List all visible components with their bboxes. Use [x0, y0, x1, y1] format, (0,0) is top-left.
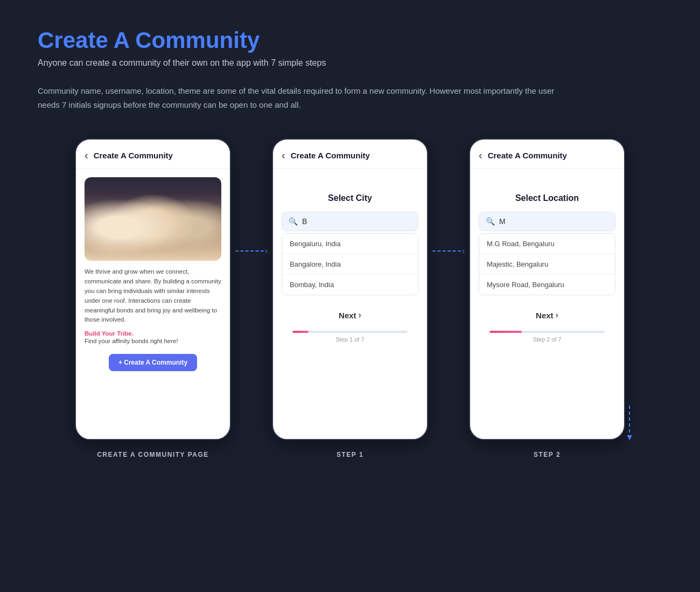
dashed-line2 [432, 250, 461, 252]
list-item[interactable]: Majestic, Bengaluru [479, 254, 615, 275]
phone1-header: ‹ Create A Community [76, 140, 230, 169]
list-item[interactable]: Bombay, India [282, 275, 418, 295]
dashed-arrow2: › [432, 246, 465, 256]
next-chevron-2: › [359, 310, 361, 320]
phone2-frame: ‹ Create A Community Select City 🔍 B Ben… [272, 138, 428, 440]
progress-bar-3-bg [489, 331, 605, 333]
progress-bar-2-bg [292, 331, 408, 333]
next-label-3: Next [536, 311, 554, 320]
back-icon-3[interactable]: ‹ [479, 149, 482, 162]
phone2-content: Select City 🔍 B Bengaluru, India Bangalo… [273, 169, 427, 360]
location-list: M.G Road, Bengaluru Majestic, Bengaluru … [479, 233, 615, 295]
dashed-arrow1: › [235, 246, 268, 256]
page-subtitle: Anyone can create a community of their o… [38, 58, 662, 68]
community-body-text: We thrive and grow when we connect, comm… [85, 267, 221, 325]
search-location-value: M [499, 217, 506, 226]
phone3-header: ‹ Create A Community [470, 140, 624, 169]
select-location-title: Select Location [479, 193, 615, 203]
phone3-content: Select Location 🔍 M M.G Road, Bengaluru … [470, 169, 624, 360]
search-city-row[interactable]: 🔍 B [282, 212, 418, 231]
phone3-label: STEP 2 [534, 451, 561, 458]
search-city-value: B [302, 217, 307, 226]
back-icon-2[interactable]: ‹ [282, 149, 285, 162]
back-icon[interactable]: ‹ [85, 149, 88, 162]
search-location-icon: 🔍 [486, 217, 495, 226]
progress-bar-3-container [479, 331, 615, 333]
arrow-down-icon: ▼ [625, 433, 634, 442]
phone3-col: ‹ Create A Community Select Location 🔍 M… [469, 138, 625, 458]
next-button-2[interactable]: Next › [282, 310, 418, 320]
phone3-frame: ‹ Create A Community Select Location 🔍 M… [469, 138, 625, 440]
step-label-2: Step 1 of 7 [282, 336, 418, 343]
list-item[interactable]: Bangalore, India [282, 254, 418, 275]
phone2-label: STEP 1 [337, 451, 363, 458]
page-description: Community name, username, location, them… [38, 84, 565, 112]
select-city-title: Select City [282, 193, 418, 203]
list-item[interactable]: Mysore Road, Bengaluru [479, 275, 615, 295]
dashed-line1 [235, 250, 264, 252]
phone1-label: CREATE A COMMUNITY PAGE [97, 451, 209, 458]
next-label-2: Next [339, 311, 356, 320]
progress-bar-2-fill [292, 331, 309, 333]
step-label-3: Step 2 of 7 [479, 336, 615, 343]
search-location-row[interactable]: 🔍 M [479, 212, 615, 231]
bottom-arrow-connector: ▼ [625, 406, 634, 442]
phones-container: ‹ Create A Community We thrive and grow … [38, 138, 662, 458]
phone3-title: Create A Community [488, 151, 567, 160]
phone2-col: ‹ Create A Community Select City 🔍 B Ben… [272, 138, 428, 458]
list-item[interactable]: Bengaluru, India [282, 234, 418, 254]
progress-bar-2-container [282, 331, 418, 333]
phone2-header: ‹ Create A Community [273, 140, 427, 169]
search-location-wrapper: 🔍 M [479, 212, 615, 231]
list-item[interactable]: M.G Road, Bengaluru [479, 234, 615, 254]
community-image [85, 177, 221, 261]
community-image-bg [85, 177, 221, 261]
vertical-dashed-line [629, 406, 630, 433]
phone1-frame: ‹ Create A Community We thrive and grow … [75, 138, 231, 440]
search-city-icon: 🔍 [289, 217, 298, 226]
page-title: Create A Community [38, 27, 662, 54]
next-chevron-3: › [556, 310, 558, 320]
phone1-col: ‹ Create A Community We thrive and grow … [75, 138, 231, 458]
phone1-title: Create A Community [94, 151, 173, 160]
arrow-head1: › [265, 246, 268, 256]
arrow2-connector: › [428, 246, 469, 256]
community-tagline: Build Your Tribe. [85, 330, 221, 337]
city-list: Bengaluru, India Bangalore, India Bombay… [282, 233, 418, 295]
create-community-button[interactable]: + Create A Community [109, 354, 197, 371]
community-sub: Find your affinity bonds right here! [85, 338, 221, 344]
phone1-content: We thrive and grow when we connect, comm… [76, 169, 230, 380]
progress-bar-3-fill [489, 331, 522, 333]
arrow1-connector: › [231, 246, 272, 256]
phone2-title: Create A Community [291, 151, 370, 160]
next-button-3[interactable]: Next › [479, 310, 615, 320]
search-city-wrapper: 🔍 B [282, 212, 418, 231]
arrow-head2: › [462, 246, 465, 256]
